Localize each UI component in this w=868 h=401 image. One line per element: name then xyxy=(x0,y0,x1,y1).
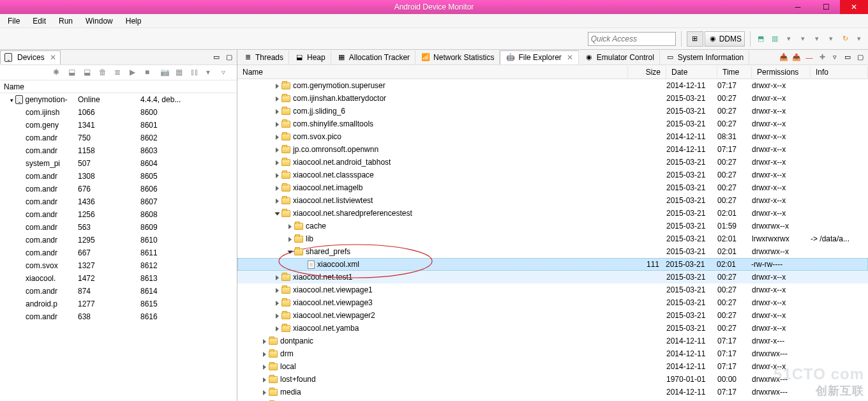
expand-triangle-icon[interactable] xyxy=(276,275,279,280)
col-name[interactable]: Name xyxy=(237,66,628,78)
screen-capture-icon[interactable]: 📷 xyxy=(160,68,170,78)
folder-row[interactable]: com.genymotion.superuser 2014-12-1107:17… xyxy=(237,79,868,92)
process-row[interactable]: com.geny13418601 xyxy=(0,119,237,132)
expand-triangle-icon[interactable] xyxy=(276,148,279,153)
quick-access-input[interactable] xyxy=(588,32,676,46)
expand-triangle-icon[interactable] xyxy=(276,109,279,114)
folder-row[interactable]: xiaocool.net.android_tabhost 2015-03-210… xyxy=(237,156,868,169)
expand-triangle-icon[interactable] xyxy=(276,160,279,165)
expand-triangle-icon[interactable] xyxy=(263,377,266,382)
folder-row[interactable]: xiaocool.net.viewpager2 2015-03-2100:27d… xyxy=(237,309,868,322)
folder-row[interactable]: dontpanic 2014-12-1107:17drwxr-x--- xyxy=(237,335,868,347)
expand-triangle-icon[interactable] xyxy=(263,390,266,395)
col-date[interactable]: Date xyxy=(666,66,717,78)
col-info[interactable]: Info xyxy=(811,66,868,78)
expand-triangle-icon[interactable] xyxy=(276,314,279,319)
folder-row[interactable]: xiaocool.net.viewpage1 2015-03-2100:27dr… xyxy=(237,284,868,296)
dump-view-icon[interactable]: ▦ xyxy=(176,68,186,78)
folder-row[interactable]: com.shinylife.smalltools 2015-03-2100:27… xyxy=(237,117,868,130)
folder-row[interactable]: xiaocool.net.test1 2015-03-2100:27drwxr-… xyxy=(237,271,868,284)
folder-row[interactable]: local 2014-12-1107:17drwxr-x--x xyxy=(237,360,868,373)
tab-file-explorer[interactable]: 🤖File Explorer✕ xyxy=(500,50,578,64)
process-row[interactable]: system_pi5078604 xyxy=(0,157,237,170)
folder-row[interactable]: media 2014-12-1107:17drwxrwx--- xyxy=(237,386,868,398)
ddms-perspective-button[interactable]: ◉DDMS xyxy=(705,31,745,47)
folder-row[interactable]: xiaocool.net.viewpage3 2015-03-2100:27dr… xyxy=(237,296,868,309)
folder-row[interactable]: xiaocool.net.imagelb 2015-03-2100:27drwx… xyxy=(237,181,868,194)
col-permissions[interactable]: Permissions xyxy=(752,66,811,78)
col-size[interactable]: Size xyxy=(628,66,666,78)
debug-icon[interactable]: ⬒ xyxy=(756,34,766,44)
delete-icon[interactable]: — xyxy=(804,52,814,63)
folder-row[interactable]: jp.co.omronsoft.openwnn 2014-12-1107:17d… xyxy=(237,143,868,156)
pull-file-icon[interactable]: 📥 xyxy=(779,52,789,63)
expand-triangle-icon[interactable] xyxy=(288,224,292,229)
file-explorer-body[interactable]: com.genymotion.superuser 2014-12-1107:17… xyxy=(237,79,868,401)
minimize-button[interactable]: ─ xyxy=(784,0,812,14)
start-method-profiling-icon[interactable]: ▶ xyxy=(130,68,140,78)
expand-triangle-icon[interactable] xyxy=(276,199,279,204)
more-icon[interactable]: ▾ xyxy=(854,34,864,44)
process-row[interactable]: com.andr6768606 xyxy=(0,183,237,195)
folder-row[interactable]: xiaocool.net.yamba 2015-03-2100:27drwxr-… xyxy=(237,322,868,335)
device-row[interactable]: genymotion-Online4.4.4, deb... xyxy=(0,93,237,106)
expand-triangle-icon[interactable] xyxy=(263,365,266,370)
tab-emulator-control[interactable]: ◉Emulator Control xyxy=(579,50,660,64)
new-folder-icon[interactable]: ✚ xyxy=(817,52,827,63)
update-heap-icon[interactable]: ⬓ xyxy=(68,68,79,78)
menu-edit[interactable]: Edit xyxy=(27,15,51,27)
process-row[interactable]: com.andr7508602 xyxy=(0,132,237,144)
folder-row[interactable]: com.svox.pico 2014-12-1108:31drwxr-x--x xyxy=(237,130,868,143)
menu-help[interactable]: Help xyxy=(121,15,147,27)
refresh-icon[interactable]: ↻ xyxy=(840,34,850,44)
maximize-view-icon[interactable]: ▢ xyxy=(224,52,234,63)
tab-close-icon[interactable]: ✕ xyxy=(50,53,56,62)
dump-hprof-icon[interactable]: ⬓ xyxy=(84,68,94,78)
tab-close-icon[interactable]: ✕ xyxy=(567,53,573,62)
heap-icon[interactable]: ▥ xyxy=(770,34,780,44)
layout-icon[interactable]: ▾ xyxy=(206,68,216,78)
tab-allocation-tracker[interactable]: ▦Allocation Tracker xyxy=(331,50,415,64)
minimize-view-icon[interactable]: ▭ xyxy=(842,52,853,63)
menu-file[interactable]: File xyxy=(3,15,25,27)
expand-triangle-icon[interactable] xyxy=(276,173,279,178)
cause-gc-icon[interactable]: 🗑 xyxy=(99,68,109,78)
process-row[interactable]: com.andr5638609 xyxy=(0,221,237,234)
expand-triangle-icon[interactable] xyxy=(263,339,266,344)
folder-row[interactable]: shared_prefs 2015-03-2102:01drwxrwx--x xyxy=(237,245,868,258)
stop-icon[interactable]: ▾ xyxy=(812,34,822,44)
tab-network-statistics[interactable]: 📶Network Statistics xyxy=(415,50,500,64)
folder-row[interactable]: com.jj.sliding_6 2015-03-2100:27drwxr-x-… xyxy=(237,105,868,117)
expand-triangle-icon[interactable] xyxy=(302,262,305,268)
tab-heap[interactable]: ⬓Heap xyxy=(289,50,331,64)
expand-triangle-icon[interactable] xyxy=(275,212,280,215)
expand-triangle-icon[interactable] xyxy=(276,135,279,140)
tab-system-information[interactable]: ▭System Information xyxy=(660,50,749,64)
gc-icon[interactable]: ▾ xyxy=(826,34,836,44)
tab-threads[interactable]: ≣Threads xyxy=(237,50,289,64)
process-row[interactable]: xiaocool.14728613 xyxy=(0,272,237,285)
expand-triangle-icon[interactable] xyxy=(263,352,266,357)
folder-row[interactable]: com.ijinshan.kbatterydoctor 2015-03-2100… xyxy=(237,92,868,105)
process-row[interactable]: com.andr11588603 xyxy=(0,144,237,157)
expand-triangle-icon[interactable] xyxy=(288,250,293,253)
folder-row[interactable]: xiaocool.net.listviewtest 2015-03-2100:2… xyxy=(237,194,868,207)
process-row[interactable]: com.ijinsh10668600 xyxy=(0,106,237,119)
open-perspective-button[interactable]: ⊞ xyxy=(687,31,703,47)
view-menu-icon[interactable]: ▿ xyxy=(221,68,232,78)
expand-triangle-icon[interactable] xyxy=(276,84,279,89)
col-time[interactable]: Time xyxy=(717,66,752,78)
folder-row[interactable]: cache 2015-03-2101:59drwxrwx--x xyxy=(237,220,868,232)
process-row[interactable]: com.andr6678611 xyxy=(0,246,237,259)
stop-process-icon[interactable]: ■ xyxy=(145,68,155,78)
expand-triangle-icon[interactable] xyxy=(276,186,279,191)
process-row[interactable]: com.andr12568608 xyxy=(0,208,237,221)
update-threads-icon[interactable]: ≣ xyxy=(114,68,124,78)
expand-triangle-icon[interactable] xyxy=(276,326,279,331)
process-row[interactable]: com.andr14368607 xyxy=(0,195,237,208)
folder-row[interactable]: drm 2014-12-1107:17drwxrwx--- xyxy=(237,347,868,360)
minimize-view-icon[interactable]: ▭ xyxy=(211,52,221,63)
threads-icon[interactable]: ▾ xyxy=(798,34,808,44)
systrace-icon[interactable]: ⫿⫿ xyxy=(191,68,201,78)
folder-row[interactable]: xiaocool.net.classspace 2015-03-2100:27d… xyxy=(237,169,868,181)
